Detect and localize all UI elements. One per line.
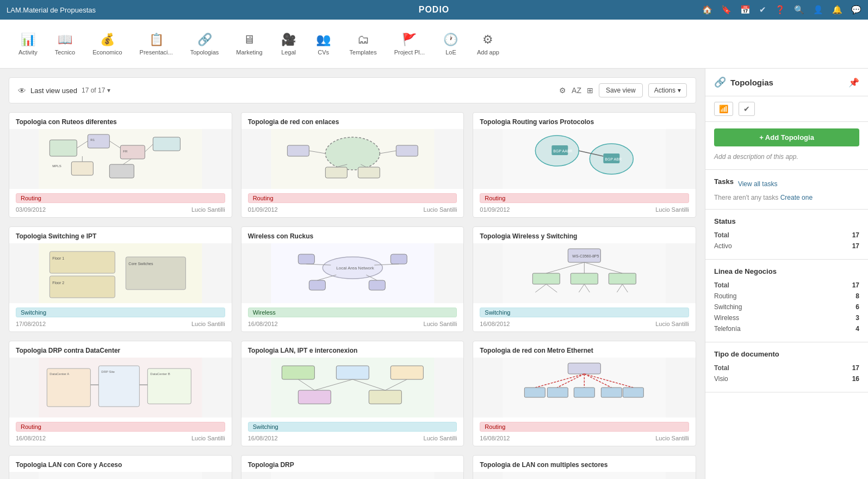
card-author: Lucio Santilli bbox=[424, 206, 457, 213]
svg-rect-79 bbox=[298, 390, 331, 404]
table-row[interactable]: Topologia de red con Metro Ethernet bbox=[473, 341, 696, 446]
help-icon[interactable]: ❓ bbox=[775, 5, 785, 15]
topbar-left: LAM.Material de Propuestas bbox=[7, 6, 96, 14]
card-footer: Switching 16/08/2012 Lucio Santilli bbox=[473, 303, 696, 331]
table-row[interactable]: Topologia DRP Routing bbox=[241, 455, 464, 479]
calendar-icon[interactable]: 📅 bbox=[740, 5, 751, 15]
actions-button[interactable]: Actions ▾ bbox=[648, 83, 687, 97]
tasks-header: Tasks View all tasks bbox=[714, 177, 859, 190]
view-all-tasks-link[interactable]: View all tasks bbox=[738, 180, 777, 188]
table-row[interactable]: Wireless con Ruckus Local Area Network bbox=[241, 226, 464, 332]
tag-switching: Switching bbox=[248, 422, 457, 432]
sidebar-item-presentacion[interactable]: 📋 Presentaci... bbox=[132, 28, 181, 60]
svg-text:DataCenter B: DataCenter B bbox=[150, 372, 170, 376]
card-image bbox=[241, 472, 464, 479]
svg-rect-25 bbox=[503, 129, 666, 189]
table-row[interactable]: Topologia Wireless y Switching WS-C3560-… bbox=[473, 226, 696, 332]
user-icon[interactable]: 👤 bbox=[813, 5, 823, 15]
table-row[interactable]: Topologia de LAN con multiples sectores bbox=[473, 455, 696, 479]
svg-rect-97 bbox=[39, 472, 202, 479]
status-total-row: Total 17 bbox=[714, 230, 859, 241]
table-row[interactable]: Topologia LAN, IPT e interconexion bbox=[241, 341, 464, 446]
svg-rect-19 bbox=[325, 167, 347, 178]
card-title: Topologia de red con enlaces bbox=[241, 113, 464, 129]
svg-rect-93 bbox=[548, 388, 568, 397]
status-activo-row: Activo 17 bbox=[714, 241, 859, 251]
nav-marketing-label: Marketing bbox=[236, 49, 262, 56]
home-icon[interactable]: 🏠 bbox=[702, 5, 712, 15]
svg-rect-58 bbox=[571, 273, 598, 284]
card-title: Wireless con Ruckus bbox=[241, 227, 464, 243]
card-image: Local Area Network bbox=[241, 243, 464, 303]
table-row[interactable]: Topologia LAN con Core y Acceso Routing bbox=[9, 455, 232, 479]
nav-topologias-label: Topologias bbox=[190, 49, 219, 56]
svg-text:MPLS: MPLS bbox=[52, 164, 61, 168]
table-row[interactable]: Topologia Switching e IPT Floor 1 Floor … bbox=[9, 226, 232, 332]
nav-loe-label: LoE bbox=[445, 49, 456, 56]
svg-rect-96 bbox=[623, 388, 644, 397]
content-area: 👁 Last view used 17 of 17 ▾ ⚙ AZ ⊞ Save … bbox=[0, 69, 705, 479]
card-meta: 16/08/2012 Lucio Santilli bbox=[16, 435, 225, 441]
check-icon-btn[interactable]: ✔ bbox=[739, 102, 755, 116]
table-row[interactable]: Topologia Routing varios Protocolos BGP … bbox=[473, 112, 696, 218]
sidebar-item-project[interactable]: 🚩 Project Pl... bbox=[387, 28, 432, 60]
sidebar-item-tecnico[interactable]: 📖 Tecnico bbox=[47, 28, 83, 60]
topbar-logo: PODIO bbox=[419, 5, 450, 15]
svg-rect-76 bbox=[282, 366, 314, 379]
svg-text:Floor 2: Floor 2 bbox=[52, 281, 64, 285]
tasks-empty-text: There aren't any tasks Create one bbox=[714, 194, 813, 201]
chat-icon[interactable]: 💬 bbox=[851, 5, 861, 15]
topbar-workspace[interactable]: LAM.Material de Propuestas bbox=[7, 6, 96, 14]
marketing-icon: 🖥 bbox=[243, 33, 255, 47]
sidebar-item-legal[interactable]: 🎥 Legal bbox=[272, 28, 305, 60]
status-section: Status Total 17 Activo 17 bbox=[705, 210, 868, 260]
card-date: 03/09/2012 bbox=[16, 206, 46, 213]
bookmark-icon[interactable]: 🔖 bbox=[721, 5, 731, 15]
svg-text:BGP ABR: BGP ABR bbox=[605, 157, 622, 161]
card-date: 01/09/2012 bbox=[480, 206, 510, 213]
search-icon[interactable]: 🔍 bbox=[794, 5, 804, 15]
check-icon[interactable]: ✔ bbox=[759, 5, 766, 15]
td-visio-value: 16 bbox=[852, 375, 859, 383]
topologias-sidebar-icon: 🔗 bbox=[714, 76, 726, 88]
filter-icon[interactable]: ⚙ bbox=[559, 86, 566, 95]
nav-economico-label: Economico bbox=[92, 49, 122, 56]
create-task-link[interactable]: Create one bbox=[780, 194, 813, 201]
topologias-icon: 🔗 bbox=[197, 33, 212, 47]
sidebar-item-templates[interactable]: 🗂 Templates bbox=[342, 28, 385, 60]
ln-routing-label: Routing bbox=[714, 292, 736, 300]
save-view-button[interactable]: Save view bbox=[599, 83, 643, 97]
sort-icon[interactable]: AZ bbox=[572, 86, 581, 95]
svg-rect-17 bbox=[287, 145, 309, 156]
svg-text:BGP AABR: BGP AABR bbox=[554, 149, 573, 153]
sidebar-item-loe[interactable]: 🕐 LoE bbox=[435, 28, 467, 60]
ln-wireless-label: Wireless bbox=[714, 314, 739, 322]
svg-rect-78 bbox=[390, 366, 423, 379]
chevron-down-icon[interactable]: ▾ bbox=[107, 87, 110, 94]
grid-icon[interactable]: ⊞ bbox=[587, 86, 593, 95]
table-row[interactable]: Topologia con Ruteos diferentes bbox=[9, 112, 232, 218]
loe-icon: 🕐 bbox=[443, 33, 458, 47]
tag-routing: Routing bbox=[16, 422, 225, 432]
card-title: Topologia de red con Metro Ethernet bbox=[473, 341, 696, 358]
wifi-icon-btn[interactable]: 📶 bbox=[714, 102, 733, 116]
card-image: BGP AABR BGP ABR bbox=[473, 129, 696, 189]
card-image: DataCenter A DRP Site DataCenter B bbox=[9, 358, 232, 417]
card-image bbox=[473, 472, 696, 479]
sidebar-item-marketing[interactable]: 🖥 Marketing bbox=[228, 28, 270, 60]
table-row[interactable]: Topologia de red con enlaces bbox=[241, 112, 464, 218]
card-author: Lucio Santilli bbox=[655, 206, 689, 213]
sidebar-item-cvs[interactable]: 👥 CVs bbox=[307, 28, 340, 60]
tasks-section: Tasks View all tasks There aren't any ta… bbox=[705, 170, 868, 210]
card-meta: 17/08/2012 Lucio Santilli bbox=[16, 321, 225, 327]
pin-icon[interactable]: 📌 bbox=[848, 77, 859, 88]
add-topologia-button[interactable]: + Add Topologia bbox=[714, 128, 859, 146]
nav-add-app-label: Add app bbox=[477, 49, 499, 56]
sidebar-item-economico[interactable]: 💰 Economico bbox=[85, 28, 129, 60]
notification-icon[interactable]: 🔔 bbox=[832, 5, 842, 15]
svg-rect-104 bbox=[271, 472, 434, 479]
sidebar-item-activity[interactable]: 📊 Activity bbox=[11, 28, 45, 60]
sidebar-item-topologias[interactable]: 🔗 Topologias bbox=[183, 28, 227, 60]
sidebar-item-add-app[interactable]: ⚙ Add app bbox=[469, 28, 507, 60]
table-row[interactable]: Topologia DRP contra DataCenter DataCent… bbox=[9, 341, 232, 446]
